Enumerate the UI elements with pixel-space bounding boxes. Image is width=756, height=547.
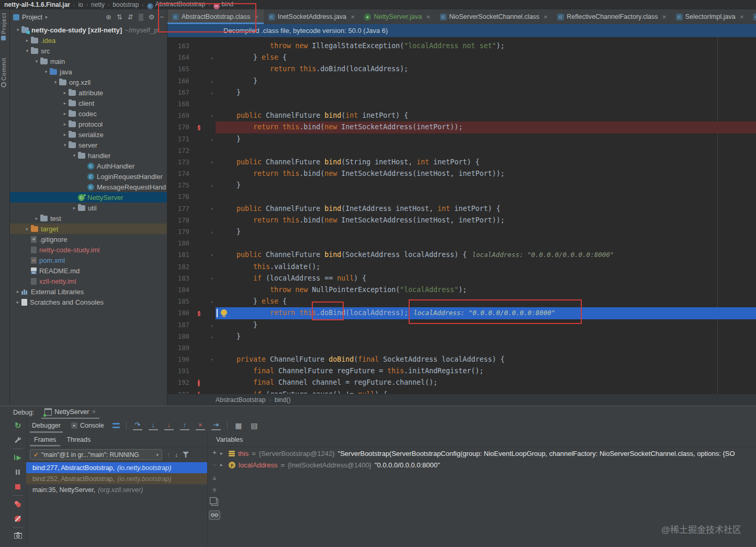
line-number[interactable]: 190 (167, 354, 194, 365)
fold-end-icon[interactable]: ▵ (208, 296, 216, 307)
tree-item-readme-md[interactable]: README.md (10, 265, 167, 276)
chevron-right-icon[interactable]: ▸ (14, 299, 21, 305)
code-line[interactable]: 168 (167, 98, 756, 110)
settings-gear-icon[interactable]: ⚙ (149, 13, 155, 21)
close-icon[interactable]: ✕ (662, 14, 666, 20)
breadcrumb-item[interactable]: io (78, 1, 83, 8)
fold-start-icon[interactable]: ▿ (208, 203, 216, 215)
chevron-right-icon[interactable]: ▸ (24, 226, 31, 231)
chevron-down-icon[interactable]: ▾ (52, 80, 59, 85)
drop-frame-icon[interactable]: × (196, 421, 205, 430)
fold-start-icon[interactable]: ▿ (208, 157, 216, 168)
step-over-icon[interactable]: ↷ (133, 421, 142, 430)
line-number[interactable]: 192 (167, 377, 194, 388)
show-watches-toggle[interactable]: OO (209, 510, 220, 520)
code-line[interactable]: 190▿ private ChannelFuture doBind(final … (167, 354, 756, 365)
breakpoint-icon[interactable] (194, 389, 208, 394)
previous-frame-icon[interactable]: ↑ (167, 451, 170, 459)
resume-button[interactable]: ▶ (9, 450, 26, 465)
tree-item-org-xzll[interactable]: ▾org.xzll (10, 77, 167, 87)
code-line[interactable]: 171▵ } (167, 133, 756, 145)
close-icon[interactable]: ✕ (92, 409, 96, 415)
code-line[interactable]: 163 throw new IllegalStateException("loc… (167, 40, 756, 52)
code-line[interactable]: 179▵ } (167, 226, 756, 238)
screenshot-button[interactable] (9, 529, 26, 543)
breakpoint-verified-icon[interactable]: ✓ (194, 307, 208, 319)
chevron-right-icon[interactable]: ▸ (61, 132, 69, 137)
tab-debugger[interactable]: Debugger (30, 418, 63, 433)
line-number[interactable]: 175 (167, 180, 194, 191)
stack-frame-row[interactable]: main:35, NettyServer, (org.xzll.server) (26, 484, 207, 495)
chevron-right-icon[interactable]: ▸ (14, 289, 21, 294)
fold-end-icon[interactable]: ▵ (208, 226, 216, 238)
tree-item-handler[interactable]: ▾handler (10, 150, 167, 161)
chevron-down-icon[interactable]: ▾ (24, 48, 31, 53)
code-line[interactable]: 174 return this.bind(new InetSocketAddre… (167, 168, 756, 180)
line-number[interactable]: 181 (167, 249, 194, 261)
chevron-right-icon[interactable]: ▸ (61, 101, 69, 106)
chevron-right-icon[interactable]: ▸ (71, 205, 78, 210)
move-up-icon[interactable]: ▲ (211, 474, 218, 482)
code-line[interactable]: 175▵ } (167, 180, 756, 191)
line-number[interactable]: 183 (167, 273, 194, 284)
code-line[interactable]: 180 (167, 238, 756, 249)
breakpoint-icon[interactable] (194, 377, 208, 388)
tree-item-java[interactable]: ▾java (10, 66, 167, 77)
tree-item-external-libraries[interactable]: ▸External Libraries (10, 286, 167, 297)
fold-end-icon[interactable]: ▵ (208, 319, 216, 331)
line-number[interactable]: 173 (167, 157, 194, 168)
step-into-icon[interactable]: ↓ (149, 421, 158, 430)
editor-tab[interactable]: CSelectorImpl.java✕ (671, 9, 749, 24)
line-number[interactable]: 169 (167, 110, 194, 121)
line-number[interactable]: 188 (167, 331, 194, 342)
chevron-down-icon[interactable]: ▾ (33, 59, 40, 64)
editor-tab[interactable]: ▸NettyServer.java✕ (359, 9, 435, 24)
chevron-right-icon[interactable]: ▸ (24, 38, 31, 43)
line-number[interactable]: 193 (167, 389, 194, 394)
tab-frames[interactable]: Frames (30, 433, 60, 446)
settings-wrench-icon[interactable] (9, 433, 26, 448)
code-line[interactable]: 170✓ return this.bind(new InetSocketAddr… (167, 121, 756, 133)
expand-all-icon[interactable]: ⇅ (117, 13, 122, 21)
duplicate-watch-icon[interactable] (211, 499, 218, 506)
line-number[interactable]: 186 (167, 307, 194, 319)
chevron-down-icon[interactable]: ▾ (14, 27, 21, 32)
line-number[interactable]: 174 (167, 168, 194, 180)
close-icon[interactable]: ✕ (740, 14, 744, 20)
chevron-right-icon[interactable]: ▸ (61, 90, 69, 95)
line-number[interactable]: 171 (167, 133, 194, 145)
run-to-cursor-icon[interactable]: ⇥ (211, 421, 221, 430)
commit-stripe-button[interactable]: Commit (1, 58, 7, 89)
project-view-selector[interactable]: Project ▾ (13, 14, 47, 21)
layout-editor-icon[interactable]: ▤ (250, 422, 259, 430)
code-line[interactable]: 193▿ if (regFuture.cause() != null) { (167, 389, 756, 394)
code-line[interactable]: 182 this.validate(); (167, 261, 756, 273)
fold-end-icon[interactable]: ▵ (208, 133, 216, 145)
fold-start-icon[interactable]: ▿ (208, 389, 216, 394)
tree-item-client[interactable]: ▸client (10, 98, 167, 108)
tab-threads[interactable]: Threads (62, 433, 95, 446)
code-line[interactable]: 167▵ } (167, 87, 756, 98)
tree-item-util[interactable]: ▸util (10, 203, 167, 213)
code-line[interactable]: 177▿ public ChannelFuture bind(InetAddre… (167, 203, 756, 215)
tree-item-netty-code-study-iml[interactable]: netty-code-study.iml (10, 244, 167, 255)
move-down-icon[interactable]: ▼ (211, 486, 218, 494)
line-number[interactable]: 168 (167, 98, 194, 110)
tree-item-server[interactable]: ▾server (10, 140, 167, 150)
fold-end-icon[interactable]: ▵ (208, 52, 216, 63)
breadcrumb-item[interactable]: netty (91, 1, 105, 8)
code-line[interactable]: 178 return this.bind(new InetSocketAddre… (167, 215, 756, 226)
code-line[interactable]: 181▿ public ChannelFuture bind(SocketAdd… (167, 249, 756, 261)
editor-tab[interactable]: CNioServerSocketChannel.class✕ (435, 9, 553, 24)
tab-console[interactable]: ▸Console (69, 418, 106, 433)
fold-end-icon[interactable]: ▵ (208, 331, 216, 342)
tree-item-protocol[interactable]: ▸protocol (10, 119, 167, 129)
editor-tab[interactable]: CSelectio✕ (749, 9, 756, 24)
evaluate-expression-icon[interactable]: ▦ (234, 422, 243, 430)
fold-end-icon[interactable]: ▵ (208, 87, 216, 98)
chevron-down-icon[interactable]: ▾ (42, 69, 50, 74)
line-number[interactable]: 172 (167, 145, 194, 157)
tree-item-main[interactable]: ▾main (10, 56, 167, 66)
stack-frame-row[interactable]: bind:252, AbstractBootstrap, (io.netty.b… (26, 473, 207, 484)
force-step-into-icon[interactable]: ↓ (164, 421, 174, 430)
